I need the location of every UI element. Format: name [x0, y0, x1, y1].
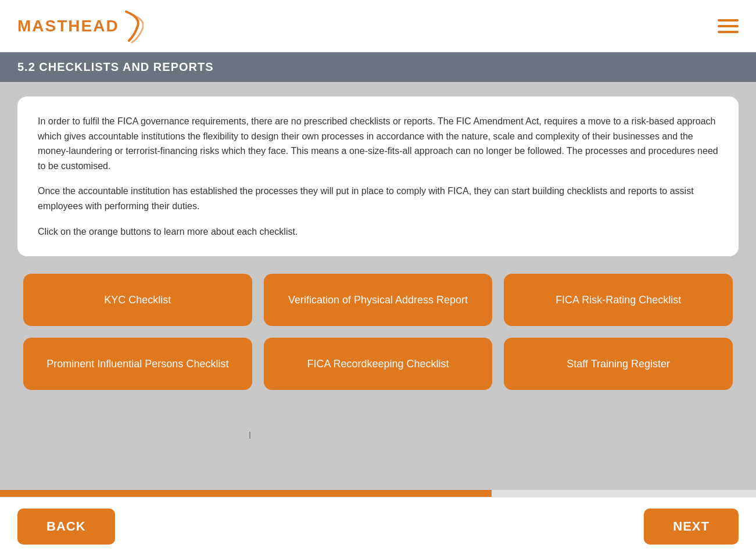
fica-recordkeeping-button[interactable]: FICA Recordkeeping Checklist	[264, 338, 493, 390]
kyc-checklist-button[interactable]: KYC Checklist	[23, 274, 252, 326]
back-button[interactable]: BACK	[17, 509, 115, 545]
hamburger-menu-button[interactable]	[718, 19, 739, 33]
info-paragraph-3: Click on the orange buttons to learn mor…	[38, 224, 718, 239]
logo-text: MASTHEAD	[17, 17, 119, 35]
main-content: In order to fulfil the FICA governance r…	[0, 82, 756, 416]
verification-physical-address-button[interactable]: Verification of Physical Address Report	[264, 274, 493, 326]
staff-training-register-button[interactable]: Staff Training Register	[504, 338, 733, 390]
logo: MASTHEAD	[17, 9, 144, 44]
progress-divider	[249, 432, 250, 439]
hamburger-line-1	[718, 19, 739, 22]
progress-area	[0, 490, 756, 497]
info-paragraph-1: In order to fulfil the FICA governance r…	[38, 114, 718, 173]
next-button[interactable]: NEXT	[644, 509, 739, 545]
footer-nav: BACK NEXT	[0, 497, 756, 555]
hamburger-line-3	[718, 31, 739, 33]
section-title: 5.2 CHECKLISTS AND REPORTS	[17, 60, 214, 73]
info-box: In order to fulfil the FICA governance r…	[17, 96, 739, 256]
info-paragraph-2: Once the accountable institution has est…	[38, 184, 718, 213]
prominent-influential-persons-button[interactable]: Prominent Influential Persons Checklist	[23, 338, 252, 390]
logo-swoosh-icon	[120, 9, 144, 44]
hamburger-line-2	[718, 25, 739, 27]
section-header: 5.2 CHECKLISTS AND REPORTS	[0, 52, 756, 82]
header: MASTHEAD	[0, 0, 756, 52]
progress-bar	[0, 490, 492, 497]
fica-risk-rating-button[interactable]: FICA Risk-Rating Checklist	[504, 274, 733, 326]
checklist-buttons-grid: KYC Checklist Verification of Physical A…	[17, 274, 739, 390]
